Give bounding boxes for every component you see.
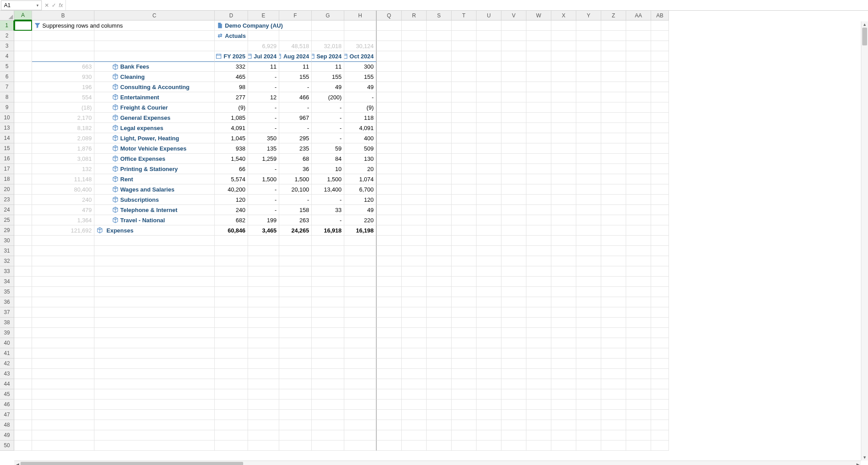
cell[interactable] — [526, 31, 551, 41]
cell[interactable] — [427, 307, 452, 318]
cell[interactable] — [477, 256, 501, 266]
cell[interactable] — [526, 307, 551, 318]
cell[interactable] — [626, 246, 651, 256]
cell[interactable] — [312, 348, 344, 359]
cell[interactable] — [312, 236, 344, 246]
cell[interactable] — [651, 154, 669, 164]
row-header-38[interactable]: 38 — [0, 318, 14, 328]
cell[interactable] — [402, 307, 427, 318]
cell[interactable] — [651, 400, 669, 410]
cell[interactable] — [344, 256, 377, 266]
column-header-AA[interactable]: AA — [626, 11, 651, 20]
cell-value[interactable]: 332 — [215, 61, 248, 72]
cell[interactable] — [601, 133, 626, 143]
cell-value[interactable]: - — [279, 195, 312, 205]
cell[interactable] — [501, 266, 526, 277]
column-header-B[interactable]: B — [32, 11, 94, 20]
cell[interactable] — [94, 266, 215, 277]
cell[interactable] — [402, 348, 427, 359]
cell[interactable] — [402, 215, 427, 225]
cell[interactable] — [94, 41, 215, 51]
cell[interactable] — [14, 133, 32, 143]
cell[interactable] — [377, 277, 402, 287]
cell[interactable] — [427, 195, 452, 205]
cell[interactable] — [651, 348, 669, 359]
cell[interactable] — [94, 430, 215, 441]
cell[interactable] — [526, 420, 551, 430]
cell[interactable] — [427, 246, 452, 256]
cell[interactable] — [551, 143, 576, 154]
cell-value[interactable]: - — [248, 82, 279, 92]
cell[interactable] — [32, 369, 94, 379]
cell[interactable] — [526, 92, 551, 102]
cell[interactable] — [526, 287, 551, 297]
cell[interactable] — [601, 20, 626, 31]
cell[interactable] — [452, 277, 477, 287]
cell[interactable] — [452, 318, 477, 328]
cell[interactable] — [94, 318, 215, 328]
cell[interactable] — [279, 389, 312, 400]
cell[interactable] — [427, 266, 452, 277]
cell[interactable] — [402, 287, 427, 297]
cell[interactable] — [402, 266, 427, 277]
cell[interactable] — [402, 143, 427, 154]
cell[interactable] — [576, 205, 601, 215]
cell[interactable] — [14, 215, 32, 225]
cell[interactable] — [427, 359, 452, 369]
cell[interactable] — [626, 328, 651, 338]
column-header-AB[interactable]: AB — [651, 11, 669, 20]
cell[interactable] — [402, 359, 427, 369]
cell[interactable] — [402, 410, 427, 420]
cell-value[interactable]: 1,500 — [312, 174, 344, 184]
cell[interactable] — [477, 441, 501, 451]
row-header-14[interactable]: 14 — [0, 133, 14, 143]
cell[interactable] — [377, 113, 402, 123]
cell[interactable] — [452, 123, 477, 133]
cell[interactable] — [215, 266, 248, 277]
cell[interactable] — [576, 246, 601, 256]
cell[interactable] — [651, 420, 669, 430]
cell[interactable] — [651, 225, 669, 236]
cell[interactable] — [477, 287, 501, 297]
cell[interactable] — [501, 420, 526, 430]
cell[interactable] — [501, 102, 526, 113]
cell[interactable] — [576, 225, 601, 236]
cell[interactable] — [377, 328, 402, 338]
cell[interactable] — [14, 297, 32, 307]
cell[interactable] — [501, 123, 526, 133]
cell-value[interactable]: 300 — [344, 61, 377, 72]
cell[interactable] — [477, 31, 501, 41]
cell[interactable] — [14, 143, 32, 154]
cell[interactable] — [402, 174, 427, 184]
row-label[interactable]: Printing & Stationery — [94, 164, 215, 174]
cell[interactable] — [477, 318, 501, 328]
row-header-15[interactable]: 15 — [0, 143, 14, 154]
cell[interactable] — [32, 410, 94, 420]
cell[interactable] — [626, 359, 651, 369]
cell[interactable] — [526, 246, 551, 256]
cell[interactable] — [651, 277, 669, 287]
cell[interactable] — [576, 102, 601, 113]
cell[interactable] — [576, 123, 601, 133]
cell[interactable] — [501, 348, 526, 359]
cell[interactable] — [551, 184, 576, 195]
cell[interactable] — [477, 338, 501, 348]
cell[interactable] — [248, 348, 279, 359]
cell[interactable] — [551, 236, 576, 246]
cell[interactable] — [32, 338, 94, 348]
cell[interactable] — [551, 51, 576, 61]
cell[interactable] — [651, 92, 669, 102]
cell[interactable] — [576, 338, 601, 348]
cell[interactable] — [501, 184, 526, 195]
row-btotal[interactable]: 2,170 — [32, 113, 94, 123]
cell[interactable] — [626, 31, 651, 41]
cell[interactable] — [402, 430, 427, 441]
cell[interactable] — [651, 369, 669, 379]
cell[interactable] — [452, 143, 477, 154]
cell[interactable] — [402, 41, 427, 51]
cell[interactable] — [601, 102, 626, 113]
cell[interactable] — [32, 379, 94, 389]
cell[interactable] — [477, 389, 501, 400]
cell[interactable] — [626, 174, 651, 184]
cell[interactable] — [427, 410, 452, 420]
